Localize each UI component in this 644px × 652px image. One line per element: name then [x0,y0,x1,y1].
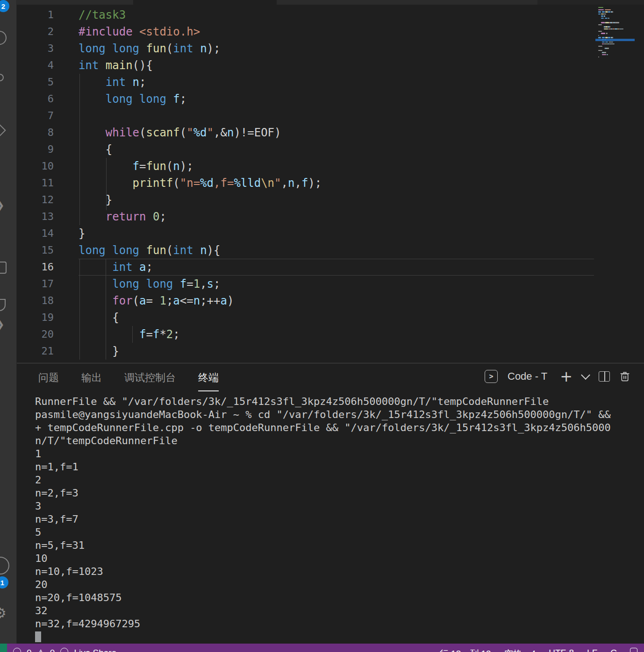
line-number[interactable]: 10 [16,158,54,175]
status-left: 0 ⚠ 0 Live Share [13,648,116,652]
line-number[interactable]: 18 [16,292,54,309]
minimap-line [598,15,632,17]
line-number[interactable]: 19 [16,309,54,326]
line-number[interactable]: 7 [16,107,54,124]
source-control-icon[interactable] [0,74,4,81]
line-number[interactable]: 21 [16,343,54,360]
errors-count[interactable]: 0 [27,648,32,652]
encoding-status[interactable]: UTF-8 [549,648,574,652]
search-icon[interactable] [0,31,7,45]
code-token: , [294,177,301,190]
line-number[interactable]: 4 [16,57,54,74]
line-number[interactable]: 17 [16,276,54,292]
minimap-line [598,33,632,34]
code-line[interactable]: { [79,141,322,158]
line-number[interactable]: 3 [16,40,54,57]
line-number[interactable]: 9 [16,141,54,158]
kill-terminal-trash-icon[interactable] [620,371,630,382]
badge-count-top: 2 [0,0,9,12]
line-number[interactable]: 8 [16,124,54,141]
code-line[interactable]: printf("n=%d,f=%lld\n",n,f); [79,175,322,191]
code-line[interactable]: int a; [79,259,322,276]
line-number[interactable]: 5 [16,74,54,91]
code-line[interactable]: return 0; [79,208,322,225]
code-token: " [207,126,214,139]
line-number[interactable]: 15 [16,242,54,259]
run-debug-icon[interactable]: ❯ [0,198,5,212]
code-token: ){ [207,244,221,257]
code-editor: 123456789101112131415161718192021 //task… [16,0,644,362]
terminal-line: pasmile@yangsiyuandeMacBook-Air ~ % cd "… [35,408,643,421]
terminal-dropdown-button[interactable] [581,370,590,380]
line-number[interactable]: 13 [16,208,54,225]
code-area[interactable]: 123456789101112131415161718192021 //task… [16,5,644,362]
code-line[interactable]: #include <stdio.h> [79,23,322,40]
code-token: %lld [234,177,261,190]
code-token: = [186,277,193,291]
code-line[interactable]: } [79,225,322,242]
line-number[interactable]: 11 [16,175,54,191]
code-line[interactable]: { [79,309,322,326]
terminal-line: n=1,f=1 [35,461,643,474]
code-line[interactable]: int n; [79,74,322,91]
chevron-icon[interactable]: ❯ [0,318,5,331]
test-icon[interactable] [0,124,6,136]
cursor-position-status[interactable]: 行 18，列 13 [440,648,491,652]
panel-tab-terminal[interactable]: 终端 [198,371,219,391]
remote-indicator[interactable] [0,644,7,652]
code-line[interactable]: long long fun(int n){ [79,242,322,259]
code-token: ( [166,42,173,55]
terminal-output[interactable]: RunnerFile && "/var/folders/3k/_15r412s3… [35,395,643,644]
language-mode-status[interactable]: C [610,648,617,652]
code-line[interactable]: } [79,343,322,360]
code-token: { [79,143,112,156]
code-line[interactable]: for(a= 1;a<=n;++a) [79,292,322,309]
code-line[interactable]: f=f*2; [79,326,322,343]
code-token: f [180,277,186,291]
line-number[interactable]: 2 [16,23,54,40]
split-terminal-button[interactable] [599,371,610,382]
code-token: ; [159,210,166,223]
minimap-line [598,22,632,23]
code-token: ); [308,177,322,190]
terminal-line: n=3,f=7 [35,513,643,526]
code-token: int [173,244,193,257]
eol-status[interactable]: LF [587,648,597,652]
line-number-gutter[interactable]: 123456789101112131415161718192021 [16,7,54,360]
code-line[interactable]: long long f; [79,91,322,107]
terminal-line: 10 [35,552,643,565]
line-number[interactable]: 14 [16,225,54,242]
code-line[interactable]: long long f=1,s; [79,276,322,292]
code-line[interactable]: while(scanf("%d",&n)!=EOF) [79,124,322,141]
code-content[interactable]: //task3#include <stdio.h>long long fun(i… [79,7,322,360]
code-line[interactable]: int main(){ [79,57,322,74]
code-line[interactable] [79,107,322,124]
line-number[interactable]: 12 [16,191,54,208]
line-number[interactable]: 16 [16,259,54,276]
settings-gear-icon[interactable]: ⚙ [0,605,7,621]
terminal-line: 3 [35,500,643,513]
code-line[interactable]: long long fun(int n); [79,40,322,57]
minimap-viewport-highlight[interactable] [595,39,635,41]
panel-tab-debug-console[interactable]: 调试控制台 [124,371,176,391]
accounts-icon[interactable] [0,557,9,574]
line-number[interactable]: 1 [16,7,54,23]
terminal-title[interactable]: Code - T [508,370,547,383]
panel-tab-problems[interactable]: 问题 [38,371,59,391]
warnings-count[interactable]: 0 [50,648,55,652]
code-line[interactable]: f=fun(n); [79,158,322,175]
indentation-status[interactable]: 空格：4 [504,648,536,652]
code-token [139,244,146,257]
minimap[interactable] [598,7,632,58]
extensions-icon[interactable] [0,262,7,274]
line-number[interactable]: 20 [16,326,54,343]
new-terminal-button[interactable]: + [560,371,572,382]
remote-explorer-icon[interactable] [0,299,6,311]
notifications-bell-icon[interactable] [630,648,637,652]
line-number[interactable]: 6 [16,91,54,107]
code-line[interactable]: //task3 [79,7,322,23]
code-token [79,92,106,106]
code-line[interactable]: } [79,191,322,208]
panel-tab-output[interactable]: 输出 [81,371,102,391]
live-share-status[interactable]: Live Share [74,648,116,652]
